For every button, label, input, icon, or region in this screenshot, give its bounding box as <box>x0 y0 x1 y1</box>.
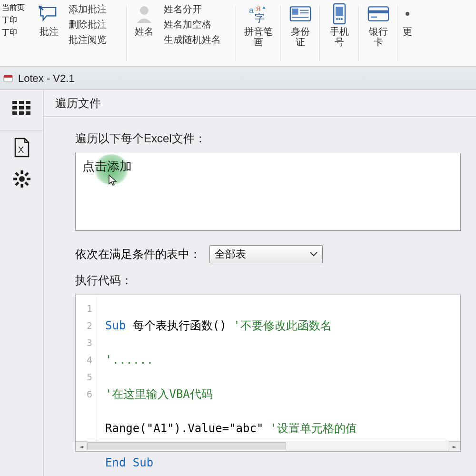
svg-rect-21 <box>19 101 24 104</box>
svg-rect-27 <box>19 111 24 115</box>
ribbon-label: 姓名 <box>135 26 154 37</box>
ribbon-item[interactable]: 姓名加空格 <box>161 18 224 31</box>
svg-line-38 <box>16 182 19 185</box>
ribbon-group-annotate: 批注 添加批注 删除批注 批注阅览 <box>31 1 127 66</box>
svg-rect-15 <box>368 10 388 13</box>
svg-point-11 <box>336 18 338 20</box>
svg-line-35 <box>16 173 19 176</box>
condition-label: 依次在满足条件的表中： <box>75 247 201 262</box>
ribbon-group-more[interactable]: 更 <box>398 1 415 66</box>
scroll-right-icon[interactable]: ► <box>449 441 460 451</box>
svg-rect-10 <box>336 7 343 16</box>
svg-point-13 <box>341 18 343 20</box>
sidebar: X <box>0 90 44 476</box>
files-label: 遍历以下每个Excel文件： <box>75 131 476 146</box>
svg-rect-16 <box>371 17 377 18</box>
svg-rect-26 <box>12 111 17 115</box>
svg-rect-20 <box>12 101 17 104</box>
id-card-icon <box>289 3 311 25</box>
tab-bar: 遍历文件 <box>44 90 476 117</box>
svg-line-36 <box>25 182 28 185</box>
cursor-icon <box>108 174 118 187</box>
svg-rect-19 <box>4 75 12 78</box>
comment-icon[interactable] <box>38 3 60 25</box>
svg-rect-23 <box>12 106 17 109</box>
ribbon-group-id[interactable]: 身份 证 <box>281 1 320 66</box>
sheet-select[interactable]: 全部表 <box>209 245 323 263</box>
svg-point-30 <box>19 176 25 182</box>
svg-point-0 <box>140 6 149 15</box>
ribbon-label: 手机 号 <box>330 26 349 47</box>
sidebar-grid-button[interactable] <box>10 99 34 118</box>
ribbon-label: 更 <box>403 26 412 37</box>
sidebar-settings-button[interactable] <box>10 169 34 188</box>
svg-text:Я: Я <box>256 5 260 12</box>
titlebar: Lotex - V2.1 <box>0 67 476 89</box>
svg-rect-28 <box>26 111 30 115</box>
svg-rect-25 <box>26 106 30 109</box>
svg-point-17 <box>406 12 409 16</box>
add-hint: 点击添加 <box>82 159 132 173</box>
svg-line-37 <box>25 173 28 176</box>
app-icon <box>3 73 13 84</box>
chevron-down-icon <box>310 252 317 257</box>
svg-rect-5 <box>292 9 298 15</box>
svg-text:a: a <box>249 6 254 14</box>
scroll-left-icon[interactable]: ◄ <box>76 441 87 451</box>
ribbon-item[interactable]: 批注阅览 <box>66 33 109 46</box>
line-gutter: 1 2 3 4 5 6 <box>76 295 97 451</box>
files-listbox[interactable]: 点击添加 <box>75 153 461 231</box>
ribbon-group-phone[interactable]: 手机 号 <box>320 1 359 66</box>
code-label: 执行代码： <box>75 273 476 288</box>
svg-rect-22 <box>26 101 30 104</box>
svg-rect-14 <box>368 7 388 20</box>
ribbon-item[interactable]: 当前页 <box>2 3 25 13</box>
horizontal-scrollbar[interactable]: ◄ ► <box>76 441 460 451</box>
code-editor[interactable]: 1 2 3 4 5 6 Sub 每个表执行函数() '不要修改此函数名 '...… <box>75 295 461 452</box>
ribbon-item[interactable]: 添加批注 <box>66 3 109 16</box>
bank-card-icon <box>367 3 389 25</box>
person-icon[interactable] <box>133 3 155 25</box>
phone-icon <box>328 3 350 25</box>
svg-rect-24 <box>19 106 24 109</box>
ribbon-item[interactable]: 丁印 <box>2 15 25 25</box>
ribbon-label: 拼音笔 画 <box>244 26 273 47</box>
pinyin-icon: aЯ字 <box>248 3 269 25</box>
ribbon-label: 批注 <box>40 26 59 37</box>
content-pane: 遍历文件 遍历以下每个Excel文件： 点击添加 依次在满足条件的表中： 全部表 <box>44 90 476 476</box>
workspace: X 遍历文件 遍历以下每个Excel文件： 点击添加 依次在满足条件的表中： 全… <box>0 89 476 476</box>
ribbon-group-name: 姓名 姓名分开 姓名加空格 生成随机姓名 <box>127 1 236 66</box>
tab-traverse[interactable]: 遍历文件 <box>55 96 101 111</box>
more-icon <box>403 3 412 25</box>
svg-text:X: X <box>18 145 24 155</box>
ribbon-group-bank[interactable]: 银行 卡 <box>359 1 398 66</box>
ribbon-item[interactable]: 删除批注 <box>66 18 109 31</box>
ribbon-item[interactable]: 姓名分开 <box>161 3 224 16</box>
ribbon-group-print: 当前页 丁印 丁印 <box>0 1 31 66</box>
ribbon-item[interactable]: 丁印 <box>2 28 25 38</box>
svg-text:字: 字 <box>255 12 265 24</box>
ribbon-group-pinyin[interactable]: aЯ字 拼音笔 画 <box>236 1 281 66</box>
ribbon: 当前页 丁印 丁印 批注 添加批注 删除批注 批注阅览 姓名 姓名分开 姓名加空… <box>0 0 476 67</box>
app-title: Lotex - V2.1 <box>18 72 75 85</box>
ribbon-label: 银行 卡 <box>369 26 388 47</box>
svg-point-12 <box>338 18 340 20</box>
ribbon-label: 身份 证 <box>291 26 310 47</box>
sidebar-excel-button[interactable]: X <box>10 138 34 157</box>
ribbon-item[interactable]: 生成随机姓名 <box>161 33 224 46</box>
select-value: 全部表 <box>215 247 246 261</box>
